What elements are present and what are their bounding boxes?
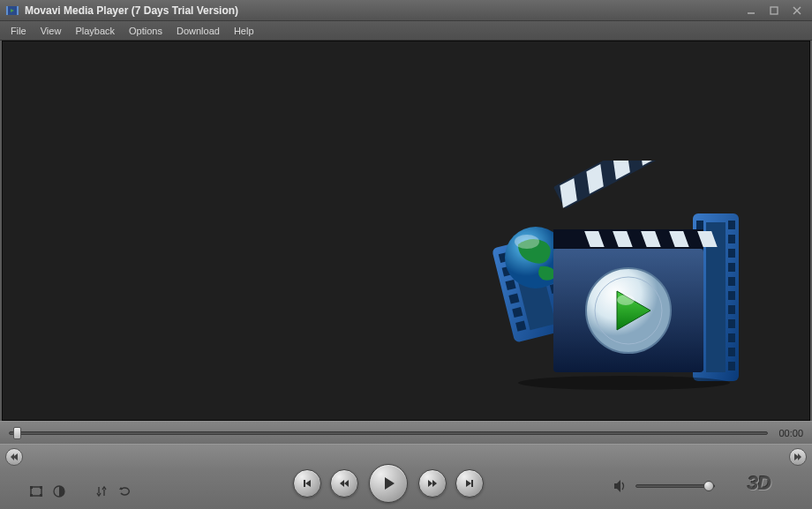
svg-rect-67: [30, 494, 33, 497]
svg-point-21: [515, 235, 539, 249]
maximize-button[interactable]: [764, 3, 784, 19]
menu-help[interactable]: Help: [227, 23, 261, 39]
svg-rect-42: [728, 333, 735, 342]
svg-rect-1: [6, 6, 8, 15]
svg-rect-34: [728, 221, 735, 229]
svg-rect-40: [728, 305, 735, 314]
svg-rect-39: [728, 291, 735, 300]
3d-button[interactable]: 3D: [733, 471, 786, 496]
controls-area: 3D: [0, 444, 812, 509]
next-button[interactable]: [455, 469, 484, 498]
svg-rect-5: [771, 7, 778, 14]
previous-button[interactable]: [293, 469, 321, 498]
play-button[interactable]: [369, 464, 408, 503]
svg-rect-68: [40, 494, 42, 497]
video-area[interactable]: [2, 41, 810, 421]
fullscreen-button[interactable]: [26, 482, 46, 501]
svg-rect-23: [696, 221, 703, 229]
menu-file[interactable]: File: [4, 23, 34, 39]
rewind-button[interactable]: [330, 469, 358, 498]
expand-right-button[interactable]: [789, 448, 807, 466]
svg-marker-74: [344, 480, 349, 487]
forward-button[interactable]: [418, 469, 447, 498]
titlebar: Movavi Media Player (7 Days Trial Versio…: [0, 0, 812, 21]
svg-point-62: [617, 295, 635, 305]
seek-slider[interactable]: [9, 431, 768, 435]
svg-rect-44: [728, 362, 735, 371]
svg-marker-78: [466, 480, 471, 487]
speaker-icon[interactable]: [613, 478, 628, 494]
svg-marker-73: [340, 480, 344, 487]
volume-slider[interactable]: [635, 484, 715, 488]
menu-options[interactable]: Options: [122, 23, 169, 39]
seekbar-area: 00:00: [0, 421, 812, 444]
svg-point-63: [518, 376, 730, 390]
volume-thumb[interactable]: [703, 481, 714, 491]
svg-marker-80: [614, 480, 620, 492]
seek-thumb[interactable]: [13, 427, 21, 439]
menubar: File View Playback Options Download Help: [0, 21, 812, 41]
svg-marker-76: [428, 480, 432, 487]
menu-playback[interactable]: Playback: [68, 23, 122, 39]
svg-rect-35: [728, 235, 735, 243]
time-display: 00:00: [778, 428, 803, 438]
repeat-button[interactable]: [115, 482, 134, 501]
menu-view[interactable]: View: [34, 23, 69, 39]
svg-rect-41: [728, 319, 735, 328]
logo-artwork: [474, 161, 756, 390]
svg-rect-65: [30, 486, 33, 489]
minimize-button[interactable]: [741, 3, 761, 19]
contrast-button[interactable]: [49, 482, 69, 501]
menu-download[interactable]: Download: [169, 23, 227, 39]
svg-rect-36: [728, 249, 735, 258]
svg-rect-66: [40, 486, 42, 489]
app-icon: [5, 4, 19, 18]
expand-left-button[interactable]: [5, 448, 23, 466]
window-title: Movavi Media Player (7 Days Trial Versio…: [25, 4, 741, 17]
volume-control: [613, 478, 715, 494]
svg-rect-38: [728, 277, 735, 286]
svg-rect-2: [17, 6, 19, 15]
svg-rect-43: [728, 348, 735, 356]
svg-marker-77: [432, 480, 437, 487]
shuffle-button[interactable]: [92, 482, 111, 501]
svg-marker-75: [385, 477, 395, 490]
close-button[interactable]: [787, 3, 807, 19]
svg-marker-72: [305, 480, 311, 487]
svg-rect-37: [728, 263, 735, 272]
